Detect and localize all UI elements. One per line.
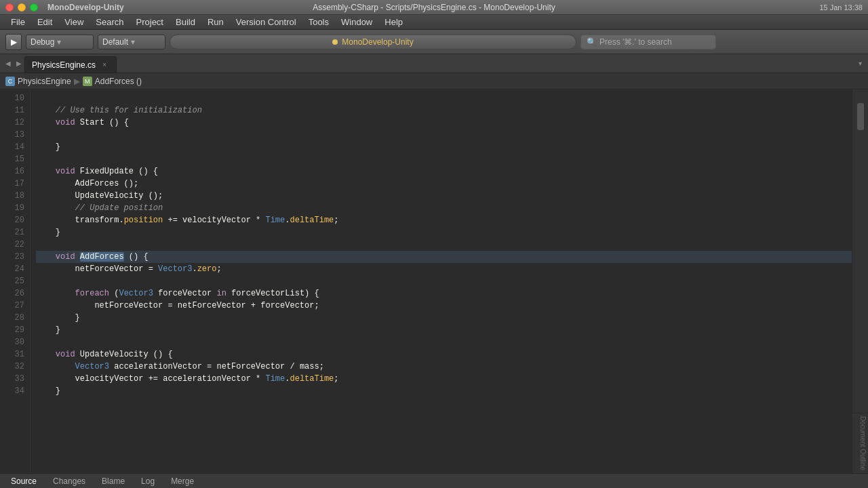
titlebar-controls: MonoDevelop-Unity — [5, 3, 124, 12]
menu-tools[interactable]: Tools — [303, 16, 334, 28]
ln-31: 31 — [0, 348, 30, 361]
debug-config-label: Debug — [31, 37, 54, 47]
menu-edit[interactable]: Edit — [32, 16, 58, 28]
scrollbar[interactable] — [852, 89, 868, 413]
ln-19: 19 — [0, 202, 30, 214]
search-icon: 🔍 — [587, 37, 597, 47]
menu-versioncontrol[interactable]: Version Control — [231, 16, 302, 28]
code-line-34: } — [36, 385, 852, 397]
tab-bar: ◀ ▶ PhysicsEngine.cs × ▾ — [0, 54, 868, 73]
menubar: File Edit View Search Project Build Run … — [0, 15, 868, 30]
code-line-26: foreach (Vector3 forceVector in forceVec… — [36, 287, 852, 300]
breadcrumb-class[interactable]: PhysicsEngine — [18, 77, 71, 86]
tab-prev-arrow[interactable]: ◀ — [3, 54, 14, 73]
ln-24: 24 — [0, 263, 30, 275]
code-line-11: // Use this for initialization — [36, 104, 852, 117]
status-bar: MonoDevelop-Unity — [170, 35, 576, 49]
editor-area: 10 11 12 13 14 15 16 17 18 19 20 21 22 2… — [0, 89, 868, 473]
run-config-label: Default — [102, 37, 128, 47]
minimize-button[interactable] — [18, 3, 26, 12]
ln-17: 17 — [0, 178, 30, 190]
menu-project[interactable]: Project — [131, 16, 169, 28]
tab-dropdown-arrow[interactable]: ▾ — [854, 54, 865, 73]
btab-blame[interactable]: Blame — [94, 475, 133, 487]
tab-physicsengine[interactable]: PhysicsEngine.cs × — [24, 56, 117, 73]
menu-search[interactable]: Search — [90, 16, 129, 28]
ln-20: 20 — [0, 214, 30, 226]
ln-14: 14 — [0, 141, 30, 153]
menu-help[interactable]: Help — [379, 16, 408, 28]
breadcrumb-separator: ▶ — [74, 77, 80, 86]
scrollbar-thumb[interactable] — [857, 103, 864, 130]
code-line-25 — [36, 275, 852, 287]
ln-25: 25 — [0, 275, 30, 287]
code-line-32: Vector3 accelerationVector = netForceVec… — [36, 361, 852, 373]
code-line-23: void AddForces () { — [36, 251, 852, 263]
search-bar[interactable]: 🔍 Press '⌘.' to search — [580, 35, 716, 49]
menu-window[interactable]: Window — [336, 16, 378, 28]
run-config-select[interactable]: Default ▾ — [98, 35, 165, 49]
code-line-12: void Start () { — [36, 117, 852, 129]
menu-file[interactable]: File — [5, 16, 31, 28]
code-line-30 — [36, 336, 852, 348]
btab-changes[interactable]: Changes — [45, 475, 94, 487]
breadcrumb-method[interactable]: AddForces () — [95, 77, 142, 86]
bottom-tab-bar: Source Changes Blame Log Merge — [0, 473, 868, 488]
code-line-24: netForceVector = Vector3.zero; — [36, 263, 852, 275]
status-dot — [332, 39, 338, 45]
run-arrow-icon: ▾ — [131, 37, 135, 47]
code-line-10 — [36, 92, 852, 104]
code-area: 10 11 12 13 14 15 16 17 18 19 20 21 22 2… — [0, 89, 852, 473]
menu-run[interactable]: Run — [202, 16, 229, 28]
btab-log[interactable]: Log — [133, 475, 163, 487]
code-line-15 — [36, 153, 852, 165]
maximize-button[interactable] — [30, 3, 38, 12]
titlebar-right: 15 Jan 13:38 — [819, 3, 863, 12]
ln-33: 33 — [0, 373, 30, 385]
right-panel: Document Outline — [852, 89, 868, 473]
code-line-18: UpdateVelocity (); — [36, 190, 852, 202]
ln-34: 34 — [0, 385, 30, 397]
code-line-16: void FixedUpdate () { — [36, 165, 852, 178]
class-icon: C — [5, 77, 15, 86]
code-line-17: AddForces (); — [36, 178, 852, 190]
window-title: Assembly-CSharp - Scripts/PhysicsEngine.… — [313, 3, 555, 12]
code-line-31: void UpdateVelocity () { — [36, 348, 852, 361]
ln-30: 30 — [0, 336, 30, 348]
menu-build[interactable]: Build — [170, 16, 201, 28]
breadcrumb: C PhysicsEngine ▶ M AddForces () — [0, 73, 868, 89]
btab-source[interactable]: Source — [3, 475, 45, 487]
menu-view[interactable]: View — [59, 16, 89, 28]
search-placeholder: Press '⌘.' to search — [599, 37, 672, 47]
ln-29: 29 — [0, 324, 30, 336]
tab-close-button[interactable]: × — [100, 60, 109, 70]
ln-28: 28 — [0, 312, 30, 324]
ln-18: 18 — [0, 190, 30, 202]
outline-label: Document Outline — [852, 413, 868, 473]
ln-23: 23 — [0, 251, 30, 263]
close-button[interactable] — [5, 3, 14, 12]
tab-filename: PhysicsEngine.cs — [32, 60, 96, 70]
play-icon: ▶ — [11, 37, 17, 47]
ln-10: 10 — [0, 92, 30, 104]
ln-22: 22 — [0, 239, 30, 251]
titlebar: MonoDevelop-Unity Assembly-CSharp - Scri… — [0, 0, 868, 15]
play-button[interactable]: ▶ — [5, 34, 22, 50]
code-line-33: velocityVector += accelerationVector * T… — [36, 373, 852, 385]
code-line-28: } — [36, 312, 852, 324]
code-line-29: } — [36, 324, 852, 336]
code-line-22 — [36, 239, 852, 251]
status-label: MonoDevelop-Unity — [342, 37, 413, 47]
btab-merge[interactable]: Merge — [163, 475, 202, 487]
code-line-21: } — [36, 226, 852, 239]
code-editor[interactable]: 10 11 12 13 14 15 16 17 18 19 20 21 22 2… — [0, 89, 852, 473]
code-line-13 — [36, 129, 852, 141]
tab-next-arrow[interactable]: ▶ — [14, 54, 24, 73]
code-content[interactable]: // Use this for initialization void Star… — [31, 89, 852, 473]
code-line-27: netForceVector = netForceVector + forceV… — [36, 300, 852, 312]
ln-16: 16 — [0, 165, 30, 178]
line-numbers: 10 11 12 13 14 15 16 17 18 19 20 21 22 2… — [0, 89, 31, 473]
debug-config-select[interactable]: Debug ▾ — [26, 35, 94, 49]
code-line-20: transform.position += velocityVector * T… — [36, 214, 852, 226]
ln-13: 13 — [0, 129, 30, 141]
